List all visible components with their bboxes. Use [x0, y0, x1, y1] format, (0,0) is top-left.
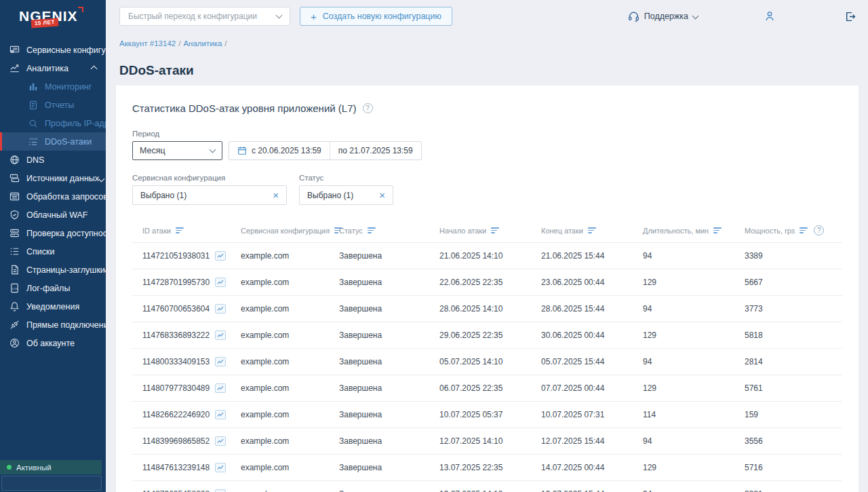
- attack-chart-icon[interactable]: [215, 463, 226, 472]
- attack-chart-icon[interactable]: [215, 436, 226, 446]
- date-from-input[interactable]: с 20.06.2025 13:59: [229, 142, 330, 159]
- sidebar-item-notifications[interactable]: Уведомления: [0, 297, 106, 316]
- filter-icon[interactable]: [368, 227, 376, 233]
- config-filter-select[interactable]: Выбрано (1) ×: [132, 185, 287, 205]
- filter-icon[interactable]: [713, 227, 722, 233]
- attack-chart-icon[interactable]: [215, 304, 226, 314]
- period-filter-row: Период Месяц с 20.06.2025 13:59 по 21: [132, 130, 842, 160]
- filter-icon[interactable]: [800, 227, 808, 233]
- sidebar-item-service-configs[interactable]: Сервисные конфигурации: [0, 41, 106, 59]
- attack-end-cell: 23.06.2025 00:44: [531, 269, 633, 296]
- sidebar-item-data-sources[interactable]: Источники данных: [0, 169, 106, 187]
- service-config-cell: example.com: [231, 428, 329, 455]
- attack-chart-icon[interactable]: [215, 410, 226, 419]
- help-icon[interactable]: ?: [363, 103, 373, 113]
- attack-start-cell: 10.07.2025 05:37: [429, 402, 531, 428]
- attack-end-cell: 05.07.2025 15:44: [531, 349, 633, 375]
- status-filter-value: Выбрано (1): [307, 191, 353, 200]
- sidebar-item-request-processing[interactable]: Обработка запросов: [0, 187, 106, 206]
- status-badge: Активный: [16, 463, 52, 472]
- support-label: Поддержка: [644, 12, 688, 21]
- sidebar-item-monitoring[interactable]: Мониторинг: [0, 77, 106, 96]
- chevron-down-icon: [99, 174, 104, 183]
- monitoring-icon: [27, 81, 39, 92]
- sidebar-item-label: Аналитика: [26, 64, 68, 73]
- attack-chart-icon[interactable]: [215, 251, 226, 261]
- table-row: 114839969865852 example.com Завершена 12…: [132, 428, 842, 455]
- filter-icon[interactable]: [176, 227, 184, 233]
- sidebar-item-about-account[interactable]: Об аккаунте: [0, 334, 106, 352]
- quick-jump-select[interactable]: Быстрый переход к конфигурации: [119, 7, 290, 26]
- attack-start-cell: 12.07.2025 14:10: [429, 428, 531, 455]
- attack-chart-icon[interactable]: [215, 489, 226, 492]
- sidebar-item-label: Облачный WAF: [26, 210, 87, 220]
- breadcrumb-analytics-link[interactable]: Аналитика: [183, 39, 222, 48]
- account-status-selector[interactable]: Активный: [0, 460, 102, 474]
- attack-id: 114879605458208: [142, 489, 210, 492]
- attack-id: 114847613239148: [142, 463, 210, 472]
- support-menu[interactable]: Поддержка: [628, 11, 698, 22]
- power-cell: 3773: [734, 296, 842, 322]
- table-header-row: ID атаки Сервисная конфигурация Статус Н…: [132, 223, 842, 243]
- col-attack-id: ID атаки: [142, 227, 171, 235]
- status-cell: Завершена: [329, 375, 429, 402]
- service-config-cell: example.com: [231, 402, 329, 428]
- period-select[interactable]: Месяц: [132, 141, 222, 160]
- filter-icon[interactable]: [491, 227, 499, 233]
- sidebar-item-analytics[interactable]: Аналитика: [0, 59, 106, 77]
- quick-jump-placeholder: Быстрый переход к конфигурации: [128, 12, 257, 21]
- attack-end-cell: 19.07.2025 15:44: [531, 481, 633, 492]
- duration-cell: 114: [633, 402, 734, 428]
- clear-icon[interactable]: ×: [273, 190, 279, 200]
- sidebar-item-ip-profile[interactable]: Профиль IP-адреса: [0, 114, 106, 132]
- power-cell: 2814: [734, 349, 842, 375]
- user-profile-button[interactable]: [764, 11, 775, 22]
- breadcrumb-account-link[interactable]: Аккаунт #13142: [119, 39, 176, 48]
- table-row: 114768336893222 example.com Завершена 29…: [132, 322, 842, 349]
- main-area: Быстрый переход к конфигурации + Создать…: [106, 0, 868, 492]
- table-body: 114721051938031 example.com Завершена 21…: [132, 243, 842, 492]
- stub-pages-icon: [9, 264, 20, 276]
- sidebar-item-log-files[interactable]: LOG Лог-файлы: [0, 279, 106, 297]
- config-filter-value: Выбрано (1): [140, 191, 186, 200]
- sidebar-item-label: DDoS-атаки: [45, 137, 92, 147]
- sidebar-item-label: Проверка доступности: [26, 229, 116, 238]
- table-row: 114800333409153 example.com Завершена 05…: [132, 349, 842, 375]
- ngenix-logo[interactable]: NGENIX 15 ЛЕТ: [0, 0, 106, 29]
- sidebar-item-reports[interactable]: Отчеты: [0, 96, 106, 114]
- attack-chart-icon[interactable]: [215, 330, 226, 340]
- sidebar-item-cloud-waf[interactable]: Облачный WAF: [0, 206, 106, 224]
- duration-cell: 94: [633, 349, 734, 375]
- panel-heading: Статистика DDoS-атак уровня приложений (…: [132, 102, 842, 114]
- sidebar-item-availability-check[interactable]: Проверка доступности: [0, 224, 106, 242]
- attack-id: 114800333409153: [142, 357, 210, 366]
- filter-icon[interactable]: [588, 227, 596, 233]
- service-config-cell: example.com: [231, 455, 329, 481]
- reports-icon: [27, 99, 39, 111]
- logo-badge: 15 ЛЕТ: [31, 18, 59, 29]
- clear-icon[interactable]: ×: [379, 190, 385, 200]
- col-power: Мощность, rps: [745, 227, 795, 235]
- lists-icon: [9, 246, 20, 257]
- attack-chart-icon[interactable]: [215, 383, 226, 393]
- account-switcher-box[interactable]: [1, 476, 102, 491]
- attack-id: 114807977830489: [142, 383, 210, 393]
- sidebar-item-ddos-attacks[interactable]: DDoS DDoS-атаки: [0, 132, 106, 151]
- power-cell: 5761: [734, 375, 842, 402]
- power-help-icon[interactable]: ?: [814, 225, 824, 235]
- request-processing-icon: [9, 191, 20, 202]
- sidebar-item-stub-pages[interactable]: Страницы-заглушки: [0, 261, 106, 279]
- attack-chart-icon[interactable]: [215, 357, 226, 366]
- logout-button[interactable]: [844, 11, 856, 22]
- service-config-cell: example.com: [231, 296, 329, 322]
- date-to-input[interactable]: по 21.07.2025 13:59: [330, 142, 421, 159]
- sidebar-item-dns[interactable]: DNS: [0, 151, 106, 169]
- create-config-button[interactable]: + Создать новую конфигурацию: [300, 7, 452, 26]
- sidebar-item-lists[interactable]: Списки: [0, 242, 106, 261]
- sidebar-item-direct-connections[interactable]: Прямые подключения: [0, 316, 106, 334]
- status-cell: Завершена: [329, 428, 429, 455]
- status-filter-select[interactable]: Выбрано (1) ×: [299, 185, 393, 205]
- ddos-icon: DDoS: [27, 136, 39, 147]
- status-cell: Завершена: [329, 243, 429, 269]
- attack-chart-icon[interactable]: [215, 278, 226, 287]
